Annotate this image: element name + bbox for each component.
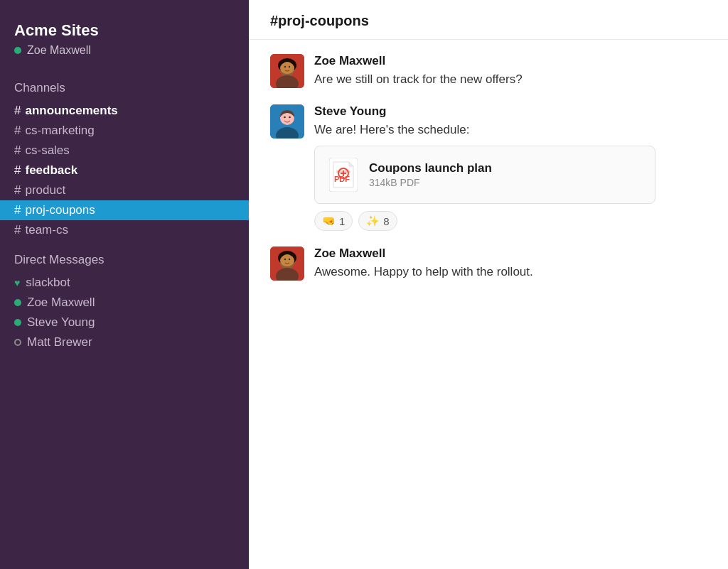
channel-cs-sales[interactable]: # cs-sales [0,141,249,161]
hash-icon: # [14,183,21,197]
channel-proj-coupons[interactable]: # proj-coupons [0,200,249,220]
channel-name: team-cs [25,223,68,237]
file-meta: 314kB PDF [369,177,641,188]
dm-name: Matt Brewer [27,335,92,349]
dm-matt-brewer[interactable]: Matt Brewer [0,332,249,352]
messages-area: Zoe Maxwell Are we still on track for th… [249,40,728,569]
dm-section-label: Direct Messages [0,240,249,273]
avatar [270,104,304,139]
channel-name: product [25,183,65,197]
online-status-dot [14,47,21,54]
dm-name: Steve Young [27,315,95,330]
message-row: Zoe Maxwell Awesome. Happy to help with … [270,246,707,281]
dm-name: slackbot [26,276,70,290]
workspace-name: Acme Sites [14,21,235,40]
file-info: Coupons launch plan 314kB PDF [369,161,641,188]
dm-list: ♥ slackbot Zoe Maxwell Steve Young Matt … [0,273,249,352]
pdf-icon: PDF [329,158,358,192]
message-content: Steve Young We are! Here's the schedule:… [314,104,707,232]
main-content: #proj-coupons [249,0,728,569]
hash-icon: # [14,124,21,138]
channel-feedback[interactable]: # feedback [0,161,249,180]
message-row: Zoe Maxwell Are we still on track for th… [270,54,707,89]
away-status-dot [14,339,21,346]
dm-slackbot[interactable]: ♥ slackbot [0,273,249,293]
channel-name: cs-sales [25,143,69,158]
online-status-dot [14,319,21,326]
reactions: 🤜 1 ✨ 8 [314,211,707,231]
reaction-emoji: ✨ [366,215,380,227]
channel-team-cs[interactable]: # team-cs [0,220,249,240]
reaction-count: 1 [339,215,345,227]
hash-icon: # [14,203,21,217]
dm-name: Zoe Maxwell [27,296,95,310]
svg-point-11 [284,116,286,118]
channels-list: # announcements # cs-marketing # cs-sale… [0,101,249,240]
reaction-emoji: 🤜 [322,215,336,227]
message-content: Zoe Maxwell Awesome. Happy to help with … [314,246,707,281]
svg-point-24 [289,259,290,260]
heart-icon: ♥ [14,277,20,288]
file-attachment[interactable]: PDF Coupons launch plan 314kB PDF [314,146,655,204]
channel-name: feedback [25,163,77,178]
hash-icon: # [14,223,21,237]
message-content: Zoe Maxwell Are we still on track for th… [314,54,707,89]
svg-point-23 [284,259,286,260]
channel-name: announcements [25,104,117,118]
message-author: Zoe Maxwell [314,246,707,261]
avatar [270,54,304,88]
channel-announcements[interactable]: # announcements [0,101,249,121]
channel-header: #proj-coupons [249,0,728,40]
file-name: Coupons launch plan [369,161,641,175]
svg-point-12 [289,116,291,118]
svg-point-6 [284,66,286,67]
hash-icon: # [14,163,21,178]
channel-title: #proj-coupons [270,13,369,28]
online-status-dot [14,299,21,306]
channel-name: proj-coupons [25,203,95,217]
dm-zoe-maxwell[interactable]: Zoe Maxwell [0,293,249,313]
dm-steve-young[interactable]: Steve Young [0,313,249,332]
message-text: Awesome. Happy to help with the rollout. [314,263,707,281]
current-user-name: Zoe Maxwell [27,44,91,57]
sidebar: Acme Sites Zoe Maxwell Channels # announ… [0,0,249,569]
avatar [270,246,304,281]
channel-name: cs-marketing [25,124,94,138]
reaction-count: 8 [383,215,389,227]
reaction-fist[interactable]: 🤜 1 [314,211,353,231]
workspace-section: Acme Sites Zoe Maxwell [0,14,249,68]
message-text: We are! Here's the schedule: [314,121,707,139]
message-text: Are we still on track for the new offers… [314,70,707,89]
hash-icon: # [14,104,21,118]
message-row: Steve Young We are! Here's the schedule:… [270,104,707,232]
current-user-status: Zoe Maxwell [14,44,235,57]
message-author: Zoe Maxwell [314,54,707,68]
reaction-sparkles[interactable]: ✨ 8 [358,211,397,231]
channel-cs-marketing[interactable]: # cs-marketing [0,121,249,141]
hash-icon: # [14,143,21,158]
svg-point-7 [289,66,290,67]
channel-product[interactable]: # product [0,180,249,200]
message-author: Steve Young [314,104,707,119]
channels-section-label: Channels [0,68,249,101]
